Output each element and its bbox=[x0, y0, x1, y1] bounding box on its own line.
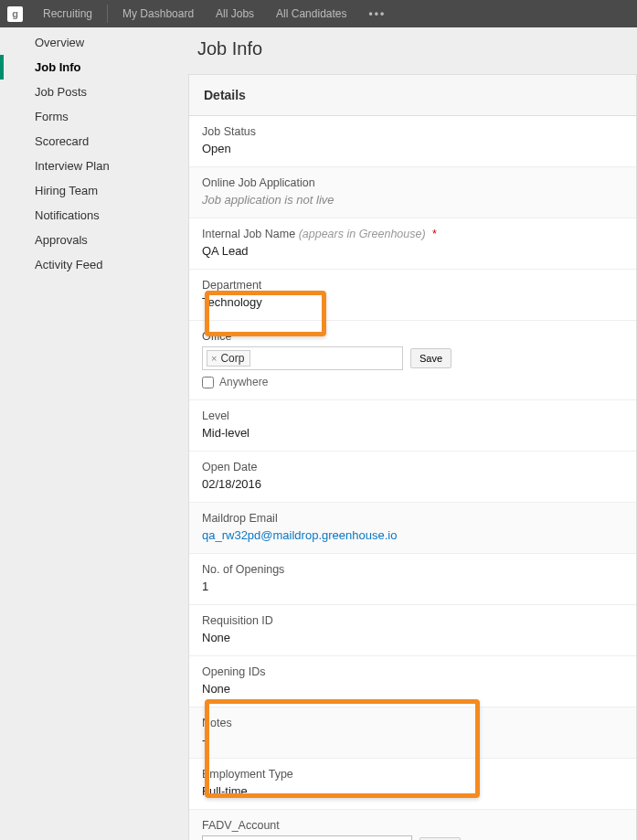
page-title: Job Info bbox=[197, 38, 637, 59]
field-department: Department Technology bbox=[189, 270, 636, 321]
value-open-date: 02/18/2016 bbox=[202, 477, 623, 491]
label-internal-name-text: Internal Job Name bbox=[202, 228, 295, 240]
field-notes: Notes -- bbox=[189, 707, 636, 759]
top-nav-divider bbox=[107, 5, 108, 23]
value-online-app: Job application is not live bbox=[202, 193, 623, 207]
label-opening-ids: Opening IDs bbox=[202, 665, 623, 678]
label-internal-name-sub: (appears in Greenhouse) bbox=[299, 228, 426, 240]
value-notes: -- bbox=[202, 733, 623, 747]
sidebar-item-hiring-team[interactable]: Hiring Team bbox=[0, 178, 183, 203]
office-tag-corp[interactable]: × Corp bbox=[207, 350, 250, 367]
sidebar-item-notifications[interactable]: Notifications bbox=[0, 203, 183, 228]
details-panel: Details Job Status Open Online Job Appli… bbox=[188, 74, 637, 840]
field-open-date: Open Date 02/18/2016 bbox=[189, 452, 636, 503]
remove-tag-icon[interactable]: × bbox=[211, 353, 217, 364]
label-employment: Employment Type bbox=[202, 768, 623, 781]
anywhere-label: Anywhere bbox=[219, 376, 268, 388]
fadv-account-select[interactable]: 107094_Main-Account × ▼ bbox=[202, 835, 412, 840]
label-office: Office bbox=[202, 330, 623, 343]
field-openings: No. of Openings 1 bbox=[189, 554, 636, 605]
sidebar-item-job-info[interactable]: Job Info bbox=[0, 55, 183, 80]
value-level: Mid-level bbox=[202, 426, 623, 440]
field-req-id: Requisition ID None bbox=[189, 605, 636, 656]
sidebar-item-activity-feed[interactable]: Activity Feed bbox=[0, 252, 183, 277]
required-asterisk: * bbox=[432, 228, 437, 240]
label-online-app: Online Job Application bbox=[202, 176, 623, 189]
field-online-app: Online Job Application Job application i… bbox=[189, 167, 636, 218]
value-employment: Full-time bbox=[202, 784, 623, 798]
label-openings: No. of Openings bbox=[202, 563, 623, 576]
top-nav-more-icon[interactable]: ••• bbox=[358, 0, 398, 27]
sidebar-item-scorecard[interactable]: Scorecard bbox=[0, 129, 183, 154]
field-level: Level Mid-level bbox=[189, 400, 636, 452]
label-internal-name: Internal Job Name (appears in Greenhouse… bbox=[202, 228, 623, 240]
field-office: Office × Corp Save Anywhere bbox=[189, 321, 636, 400]
top-nav-recruiting[interactable]: Recruiting bbox=[32, 0, 103, 27]
label-req-id: Requisition ID bbox=[202, 614, 623, 627]
label-maildrop: Maildrop Email bbox=[202, 512, 623, 525]
sidebar-item-job-posts[interactable]: Job Posts bbox=[0, 80, 183, 104]
sidebar-item-approvals[interactable]: Approvals bbox=[0, 228, 183, 252]
value-job-status: Open bbox=[202, 142, 623, 155]
top-nav-all-jobs[interactable]: All Jobs bbox=[205, 0, 265, 27]
sidebar-item-forms[interactable]: Forms bbox=[0, 104, 183, 129]
office-tag-input[interactable]: × Corp bbox=[202, 346, 403, 370]
field-job-status: Job Status Open bbox=[189, 116, 636, 167]
label-fadv-account: FADV_Account bbox=[202, 819, 623, 832]
value-opening-ids: None bbox=[202, 682, 623, 696]
anywhere-checkbox[interactable] bbox=[202, 377, 214, 388]
sidebar: Overview Job Info Job Posts Forms Scorec… bbox=[0, 27, 183, 840]
details-header: Details bbox=[189, 75, 636, 116]
label-job-status: Job Status bbox=[202, 125, 623, 138]
sidebar-item-overview[interactable]: Overview bbox=[0, 30, 183, 55]
office-tag-label: Corp bbox=[220, 352, 244, 365]
office-save-button[interactable]: Save bbox=[410, 348, 451, 368]
field-employment: Employment Type Full-time bbox=[189, 759, 636, 810]
sidebar-item-interview-plan[interactable]: Interview Plan bbox=[0, 154, 183, 178]
label-notes: Notes bbox=[202, 717, 623, 729]
label-department: Department bbox=[202, 279, 623, 292]
top-nav-all-candidates[interactable]: All Candidates bbox=[265, 0, 357, 27]
label-level: Level bbox=[202, 409, 623, 422]
app-logo[interactable]: g bbox=[7, 6, 23, 22]
field-internal-name: Internal Job Name (appears in Greenhouse… bbox=[189, 218, 636, 270]
top-nav-my-dashboard[interactable]: My Dashboard bbox=[111, 0, 205, 27]
value-department: Technology bbox=[202, 295, 623, 309]
anywhere-checkbox-row[interactable]: Anywhere bbox=[202, 376, 623, 388]
value-req-id: None bbox=[202, 631, 623, 644]
field-opening-ids: Opening IDs None bbox=[189, 656, 636, 707]
value-maildrop[interactable]: qa_rw32pd@maildrop.greenhouse.io bbox=[202, 528, 623, 542]
top-nav: g Recruiting My Dashboard All Jobs All C… bbox=[0, 0, 637, 27]
value-internal-name: QA Lead bbox=[202, 244, 623, 258]
field-maildrop: Maildrop Email qa_rw32pd@maildrop.greenh… bbox=[189, 503, 636, 554]
field-fadv-account: FADV_Account 107094_Main-Account × ▼ Sav… bbox=[189, 810, 636, 840]
main-content: Job Info Details Job Status Open Online … bbox=[183, 27, 637, 840]
label-open-date: Open Date bbox=[202, 461, 623, 473]
value-openings: 1 bbox=[202, 579, 623, 593]
